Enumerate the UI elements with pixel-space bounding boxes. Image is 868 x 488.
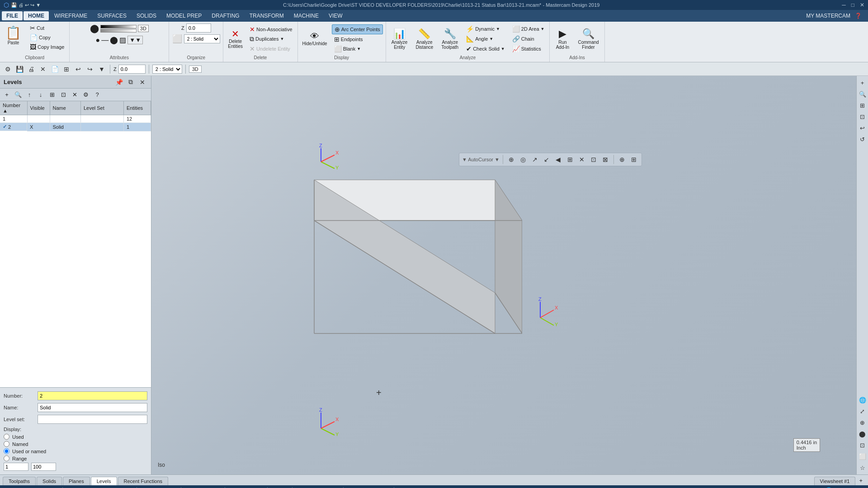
search-level-btn[interactable]: 🔍 — [13, 90, 23, 100]
vt-btn-6[interactable]: ⊞ — [565, 155, 575, 164]
col-level-set[interactable]: Level Set — [80, 101, 123, 115]
used-or-named-radio[interactable] — [4, 448, 9, 454]
table-row[interactable]: 1 12 — [0, 115, 151, 123]
delete-entities-button[interactable]: ✕ DeleteEntities — [226, 28, 245, 50]
range-radio[interactable] — [4, 455, 9, 461]
tab-planes[interactable]: Planes — [63, 477, 90, 485]
menu-transform[interactable]: TRANSFORM — [245, 11, 288, 20]
rs-btn-5[interactable]: ↩ — [858, 123, 868, 133]
attr-more-btn[interactable]: ▼▼ — [127, 36, 143, 44]
vt-btn-8[interactable]: ⊡ — [589, 155, 599, 164]
viewsheet-add-btn[interactable]: + — [856, 476, 865, 485]
range-from-input[interactable] — [4, 463, 28, 471]
used-radio[interactable] — [4, 434, 9, 440]
run-add-in-button[interactable]: ▶ RunAdd-In — [552, 26, 572, 52]
vt-btn-5[interactable]: ◀ — [553, 155, 563, 164]
analyze-distance-button[interactable]: 📏 AnalyzeDistance — [413, 26, 436, 52]
vt-btn-4[interactable]: ↙ — [542, 155, 552, 164]
analyze-toolpath-button[interactable]: 🔧 AnalyzeToolpath — [439, 26, 461, 52]
rs-btn-8[interactable]: ⤢ — [858, 406, 868, 416]
col-name[interactable]: Name — [50, 101, 80, 115]
rs-btn-4[interactable]: ⊡ — [858, 112, 868, 122]
vt-btn-3[interactable]: ↗ — [530, 155, 540, 164]
panel-close-btn[interactable]: ✕ — [137, 77, 147, 87]
tab-recent-functions[interactable]: Recent Functions — [118, 477, 169, 485]
menu-modelprep[interactable]: MODEL PREP — [162, 11, 206, 20]
angle-button[interactable]: 📐 Angle ▼ — [464, 34, 507, 43]
col-entities[interactable]: Entities — [124, 101, 151, 115]
copy-button[interactable]: 📄 Copy — [28, 33, 66, 42]
tab-solids[interactable]: Solids — [37, 477, 62, 485]
delete-level-btn[interactable]: ✕ — [70, 90, 80, 100]
analyze-entity-button[interactable]: 📊 AnalyzeEntity — [389, 26, 410, 52]
vt-btn-11[interactable]: ⊞ — [629, 155, 639, 164]
toolbar-more[interactable]: ▼ — [97, 64, 107, 74]
check-solid-button[interactable]: ✔ Check Solid ▼ — [464, 44, 507, 53]
menu-solids[interactable]: SOLIDS — [132, 11, 161, 20]
vt-btn-7[interactable]: ✕ — [577, 155, 587, 164]
dynamic-button[interactable]: ⚡ Dynamic ▼ — [464, 24, 507, 33]
tab-toolpaths[interactable]: Toolpaths — [3, 477, 36, 485]
toolbar-icon-4[interactable]: ✕ — [38, 64, 48, 74]
panel-undock-btn[interactable]: ⧉ — [126, 77, 136, 87]
non-associative-button[interactable]: ✕ Non-Associative — [247, 25, 294, 34]
vt-btn-2[interactable]: ◎ — [518, 155, 528, 164]
rs-btn-3[interactable]: ⊞ — [858, 100, 868, 110]
level-select[interactable]: 2 : Solid — [184, 34, 220, 43]
add-level-btn[interactable]: + — [2, 90, 12, 100]
undelete-button[interactable]: ✕ Undelete Entity — [247, 44, 294, 53]
toolbar-level-select[interactable]: 2 : Solid — [152, 65, 182, 74]
toolbar-z-input[interactable] — [118, 65, 146, 74]
paste-button[interactable]: 📋 Paste — [3, 23, 24, 52]
tab-levels[interactable]: Levels — [91, 477, 117, 485]
rs-btn-11[interactable]: ⊡ — [858, 440, 868, 450]
vt-btn-10[interactable]: ⊕ — [617, 155, 627, 164]
statistics-button[interactable]: 📈 Statistics — [510, 44, 547, 53]
menu-machine[interactable]: MACHINE — [289, 11, 323, 20]
arc-center-button[interactable]: ⊕ Arc Center Points — [332, 24, 383, 34]
toolbar-icon-7[interactable]: ↩ — [73, 64, 83, 74]
menu-surfaces[interactable]: SURFACES — [93, 11, 131, 20]
menu-wireframe[interactable]: WIREFRAME — [50, 11, 92, 20]
viewport[interactable]: ▼ AutoCursor ▼ ⊕ ◎ ↗ ↙ ◀ ⊞ ✕ ⊡ ⊠ ⊕ ⊞ — [151, 76, 856, 474]
collapse-btn[interactable]: ⊡ — [58, 90, 68, 100]
vt-btn-9[interactable]: ⊠ — [600, 155, 610, 164]
z-input[interactable] — [186, 23, 211, 33]
duplicates-button[interactable]: ⧉ Duplicates ▼ — [247, 34, 294, 44]
help-btn[interactable]: ? — [92, 90, 102, 100]
panel-pin-btn[interactable]: 📌 — [114, 77, 124, 87]
blank-button[interactable]: ⬜ Blank ▼ — [332, 44, 383, 53]
rs-btn-6[interactable]: ↺ — [858, 134, 868, 144]
rs-btn-2[interactable]: 🔍 — [858, 89, 868, 99]
toolbar-icon-8[interactable]: ↪ — [85, 64, 95, 74]
range-to-input[interactable] — [31, 463, 56, 471]
rs-btn-1[interactable]: + — [858, 78, 868, 88]
table-row[interactable]: ✓ 2 X Solid 1 — [0, 123, 151, 131]
levelset-input[interactable] — [38, 415, 147, 424]
maximize-button[interactable]: □ — [851, 2, 854, 8]
hide-unhide-button[interactable]: 👁 Hide/Unhide — [301, 30, 329, 47]
move-down-btn[interactable]: ↓ — [36, 90, 46, 100]
toolbar-icon-2[interactable]: 💾 — [14, 64, 24, 74]
menu-drafting[interactable]: DRAFTING — [207, 11, 244, 20]
toolbar-icon-6[interactable]: ⊞ — [61, 64, 71, 74]
minimize-button[interactable]: ─ — [842, 2, 846, 8]
sb-monitor-btn[interactable]: 🖥 — [839, 485, 849, 488]
toolbar-3d-btn[interactable]: 3D — [189, 66, 202, 73]
command-finder-button[interactable]: 🔍 CommandFinder — [575, 26, 601, 52]
cut-button[interactable]: ✂ Cut — [28, 23, 66, 33]
3d-toggle[interactable]: 3D — [138, 25, 149, 32]
col-number[interactable]: Number ▲ — [0, 101, 27, 115]
expand-btn[interactable]: ⊞ — [47, 90, 57, 100]
vt-btn-1[interactable]: ⊕ — [506, 155, 516, 164]
toolbar-icon-5[interactable]: 📄 — [50, 64, 60, 74]
rs-btn-7[interactable]: 🌐 — [858, 395, 868, 405]
rs-btn-12[interactable]: ⬜ — [858, 451, 868, 461]
menu-file[interactable]: FILE — [2, 11, 23, 20]
endpoints-button[interactable]: ⊞ Endpoints — [332, 35, 383, 44]
col-visible[interactable]: Visible — [27, 101, 50, 115]
viewsheet-tab[interactable]: Viewsheet #1 — [814, 477, 856, 485]
sb-world-btn[interactable]: 🌐 — [824, 485, 834, 488]
named-radio[interactable] — [4, 441, 9, 447]
2d-area-button[interactable]: ⬜ 2D Area ▼ — [510, 24, 547, 33]
